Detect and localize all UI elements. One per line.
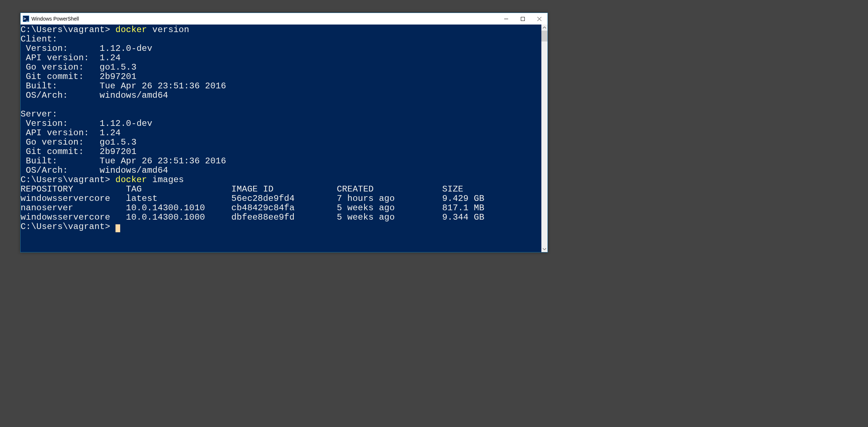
output-line: OS/Arch: windows/amd64 bbox=[21, 91, 168, 100]
output-server-header: Server: bbox=[21, 109, 57, 119]
titlebar[interactable]: >_ Windows PowerShell bbox=[21, 13, 548, 25]
powershell-window: >_ Windows PowerShell C:\Users\vagrant> … bbox=[20, 13, 548, 252]
scrollbar[interactable] bbox=[541, 25, 548, 252]
prompt: C:\Users\vagrant> bbox=[21, 25, 115, 35]
terminal-area[interactable]: C:\Users\vagrant> docker version Client:… bbox=[21, 25, 541, 252]
command-binary: docker bbox=[115, 175, 147, 185]
output-line: Git commit: 2b97201 bbox=[21, 72, 136, 82]
powershell-icon: >_ bbox=[23, 16, 29, 22]
scroll-thumb[interactable] bbox=[541, 31, 548, 41]
image-row: windowsservercore latest 56ec28de9fd4 7 … bbox=[21, 194, 484, 203]
prompt: C:\Users\vagrant> bbox=[21, 222, 115, 232]
output-line: Version: 1.12.0-dev bbox=[21, 119, 152, 128]
command-args: version bbox=[147, 25, 189, 35]
command-binary: docker bbox=[115, 25, 147, 35]
close-button[interactable] bbox=[531, 13, 548, 24]
scroll-down-arrow-icon[interactable] bbox=[541, 246, 548, 252]
prompt: C:\Users\vagrant> bbox=[21, 175, 115, 185]
images-header: REPOSITORY TAG IMAGE ID CREATED SIZE bbox=[21, 184, 463, 194]
image-row: windowsservercore 10.0.14300.1000 dbfee8… bbox=[21, 212, 484, 222]
output-line: API version: 1.24 bbox=[21, 128, 121, 138]
output-line: Version: 1.12.0-dev bbox=[21, 44, 152, 53]
minimize-button[interactable] bbox=[498, 13, 514, 24]
output-line: Go version: go1.5.3 bbox=[21, 62, 136, 72]
window-title: Windows PowerShell bbox=[31, 16, 79, 22]
image-row: nanoserver 10.0.14300.1010 cb48429c84fa … bbox=[21, 203, 484, 213]
output-line: Built: Tue Apr 26 23:51:36 2016 bbox=[21, 81, 226, 91]
scroll-track[interactable] bbox=[541, 31, 548, 246]
output-line: API version: 1.24 bbox=[21, 53, 121, 63]
command-args: images bbox=[147, 175, 184, 185]
maximize-button[interactable] bbox=[514, 13, 531, 24]
output-client-header: Client: bbox=[21, 34, 57, 44]
output-line: OS/Arch: windows/amd64 bbox=[21, 166, 168, 175]
svg-rect-1 bbox=[521, 17, 524, 21]
output-line: Built: Tue Apr 26 23:51:36 2016 bbox=[21, 156, 226, 166]
cursor bbox=[115, 224, 120, 232]
scroll-up-arrow-icon[interactable] bbox=[541, 25, 548, 31]
output-line: Git commit: 2b97201 bbox=[21, 147, 136, 157]
output-line: Go version: go1.5.3 bbox=[21, 137, 136, 147]
